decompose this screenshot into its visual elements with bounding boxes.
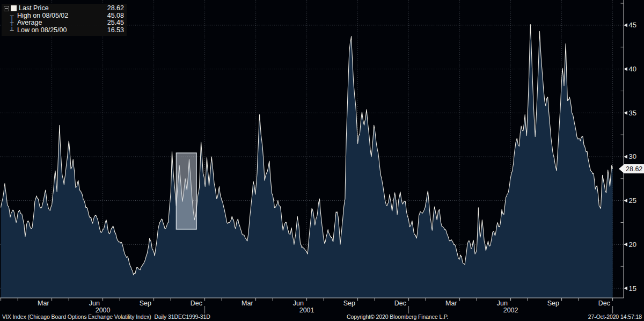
x-axis-month-label: Jun	[89, 300, 100, 307]
y-axis-label: 20	[629, 240, 636, 249]
y-tick-arrow-icon	[624, 199, 628, 202]
x-axis-month-label: Dec	[191, 300, 202, 307]
x-axis-month-label: Jun	[497, 300, 508, 307]
legend-value: 45.08	[107, 12, 124, 20]
y-tick-arrow-icon	[624, 23, 628, 27]
legend-row-high: ┬ High on 08/05/02 45.08	[2, 12, 127, 20]
legend-label: Average	[17, 19, 42, 27]
y-axis-label: 40	[629, 65, 636, 73]
y-axis-label: 25	[629, 196, 636, 205]
legend-label: Last Price	[19, 5, 49, 12]
bloomberg-terminal-screen: 4540353025201528.62MarJunSepDecMarJunSep…	[0, 0, 644, 321]
x-axis-labels: MarJunSepDecMarJunSepDecMarJunSepDec2000…	[1, 298, 613, 314]
price-series	[1, 25, 613, 298]
y-tick-arrow-icon	[624, 243, 628, 246]
x-axis-month-label: Dec	[598, 300, 610, 307]
y-axis-label: 35	[629, 109, 636, 117]
highlight-region[interactable]	[176, 153, 196, 229]
legend-label: High on 08/05/02	[17, 12, 68, 20]
last-price-badge: 28.62	[619, 164, 644, 173]
legend-value: 28.62	[107, 5, 124, 12]
x-axis-month-label: Sep	[343, 300, 355, 307]
y-axis-label: 45	[629, 21, 636, 29]
y-tick-arrow-icon	[624, 67, 628, 71]
y-axis-label: 30	[629, 152, 636, 160]
vix-price-chart[interactable]: 4540353025201528.62MarJunSepDecMarJunSep…	[0, 0, 644, 321]
y-axis-label: 15	[629, 284, 636, 293]
legend-label: Low on 08/25/00	[17, 27, 67, 34]
footer-bar: VIX Index (Chicago Board Options Exchang…	[0, 313, 644, 321]
high-marker-icon: ┬	[9, 13, 15, 19]
x-axis-month-label: Mar	[38, 300, 49, 307]
last-price-badge-value: 28.62	[626, 165, 642, 173]
copyright-text: Copyright© 2020 Bloomberg Finance L.P.	[347, 313, 448, 320]
low-marker-icon: ┴	[9, 27, 15, 33]
average-marker-icon: ┼	[9, 20, 15, 26]
legend-value: 16.53	[107, 27, 124, 34]
area-fill	[1, 25, 613, 298]
legend-row-average: ┼ Average 25.45	[2, 19, 127, 27]
y-axis-labels: 45403530252015	[621, 3, 636, 292]
timestamp: 27-Oct-2020 14:57:18	[588, 313, 642, 320]
legend-value: 25.45	[107, 19, 124, 27]
x-axis-month-label: Jun	[293, 300, 304, 307]
x-axis-month-label: Sep	[547, 300, 559, 307]
y-tick-arrow-icon	[624, 111, 628, 115]
legend-row-low: ┴ Low on 08/25/00 16.53	[2, 27, 127, 34]
y-tick-arrow-icon	[624, 286, 628, 290]
x-axis-month-label: Dec	[394, 300, 406, 307]
legend-row-last-price: Last Price 28.62	[2, 5, 127, 12]
y-tick-arrow-icon	[624, 155, 628, 158]
x-axis-month-label: Mar	[445, 300, 457, 307]
security-description: VIX Index (Chicago Board Options Exchang…	[2, 313, 210, 320]
x-axis-month-label: Sep	[140, 300, 151, 307]
last-price-marker-icon	[11, 5, 17, 11]
legend-collapse-icon[interactable]	[4, 6, 9, 11]
x-axis-month-label: Mar	[241, 300, 253, 307]
legend-panel: Last Price 28.62 ┬ High on 08/05/02 45.0…	[2, 4, 127, 36]
